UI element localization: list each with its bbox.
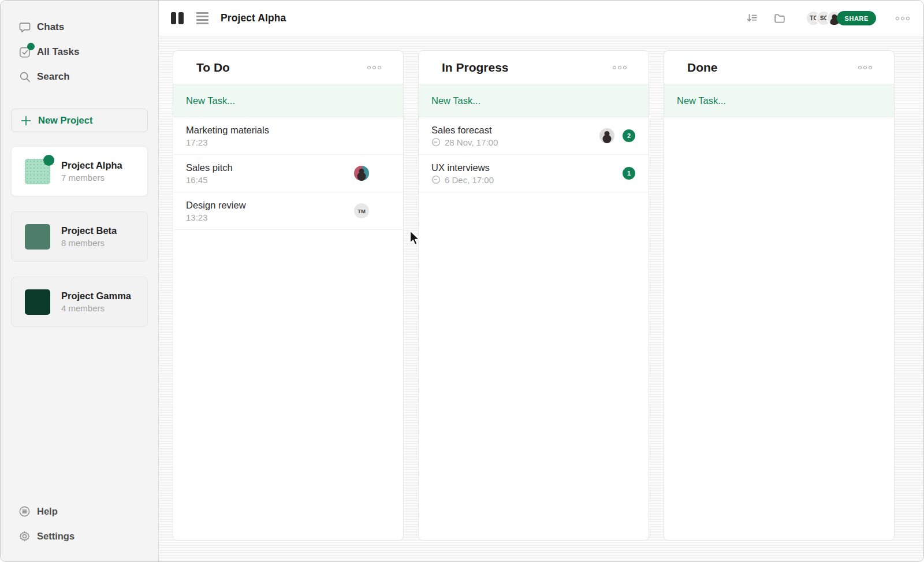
gear-icon — [18, 530, 31, 542]
sidebar-footer: Help Settings — [11, 499, 148, 549]
sidebar: Chats All Tasks — [1, 1, 159, 561]
dot-icon — [863, 66, 867, 69]
tasks-icon — [18, 46, 31, 58]
assignee-avatar — [599, 128, 614, 143]
list-view-button[interactable] — [196, 12, 208, 24]
new-task-button[interactable]: New Task... — [664, 84, 894, 117]
member-avatars: TC SC SHARE — [806, 10, 876, 26]
search-icon — [18, 70, 31, 83]
assignee-avatar: TM — [354, 203, 369, 218]
column-menu-button[interactable] — [858, 66, 872, 69]
task-time: 16:45 — [186, 175, 354, 185]
board-view-icon — [171, 12, 184, 24]
folder-button[interactable] — [773, 12, 786, 25]
task-row[interactable]: Marketing materials 17:23 — [173, 117, 403, 155]
task-title: Design review — [186, 200, 354, 211]
chat-icon — [18, 21, 31, 34]
column-done: Done New Task... — [664, 50, 895, 541]
column-to-do: To Do New Task... Marketing materials 17… — [173, 50, 404, 541]
new-task-button[interactable]: New Task... — [173, 84, 403, 117]
new-project-label: New Project — [38, 115, 92, 126]
project-card-beta[interactable]: Project Beta 8 members — [11, 211, 148, 262]
help-button[interactable]: Help — [11, 499, 148, 524]
new-task-button[interactable]: New Task... — [419, 84, 649, 117]
dot-icon — [372, 66, 376, 69]
dot-icon — [858, 66, 862, 69]
view-toggle — [171, 12, 208, 24]
dot-icon — [906, 17, 910, 20]
project-color-swatch — [25, 224, 50, 250]
comment-count-badge: 2 — [623, 129, 635, 142]
project-color-swatch — [25, 159, 50, 184]
plus-icon — [20, 115, 32, 126]
due-date-icon — [431, 175, 441, 184]
project-members: 7 members — [61, 173, 122, 183]
project-card-gamma[interactable]: Project Gamma 4 members — [11, 277, 148, 327]
page-title: Project Alpha — [221, 12, 286, 24]
sort-icon — [746, 12, 758, 25]
column-title: In Progress — [442, 61, 509, 75]
task-title: UX interviews — [431, 162, 599, 173]
column-menu-button[interactable] — [367, 66, 381, 69]
help-icon — [18, 505, 31, 518]
sidebar-item-label: All Tasks — [37, 46, 79, 58]
due-date-icon — [431, 137, 441, 147]
dot-icon — [623, 66, 627, 69]
main-area: Project Alpha — [159, 1, 923, 561]
topbar: Project Alpha — [159, 1, 923, 36]
task-time: 13:23 — [186, 213, 354, 222]
sidebar-item-chats[interactable]: Chats — [11, 14, 148, 39]
task-title: Marketing materials — [186, 125, 354, 136]
comment-count-badge: 1 — [623, 167, 635, 180]
task-time: 17:23 — [186, 137, 354, 147]
sidebar-item-label: Chats — [37, 21, 64, 33]
folder-icon — [773, 12, 786, 25]
project-name: Project Beta — [61, 225, 117, 236]
dot-icon — [367, 66, 371, 69]
task-row[interactable]: Sales forecast 28 Nov, 17:00 — [419, 117, 649, 155]
project-name: Project Alpha — [61, 160, 122, 171]
task-row[interactable]: Sales pitch 16:45 — [173, 155, 403, 192]
board-menu-button[interactable] — [896, 17, 910, 20]
column-title: To Do — [196, 61, 230, 75]
task-title: Sales forecast — [431, 125, 599, 136]
task-due: 28 Nov, 17:00 — [445, 137, 498, 147]
column-menu-button[interactable] — [613, 66, 627, 69]
dot-icon — [896, 17, 899, 20]
settings-button[interactable]: Settings — [11, 524, 148, 549]
notification-dot — [27, 43, 35, 50]
project-members: 8 members — [61, 238, 117, 248]
project-list: Project Alpha 7 members Project Beta 8 m… — [11, 146, 148, 327]
assignee-avatar — [354, 166, 369, 181]
task-title: Sales pitch — [186, 162, 354, 173]
project-members: 4 members — [61, 303, 131, 313]
new-project-button[interactable]: New Project — [11, 109, 148, 132]
task-row[interactable]: UX interviews 6 Dec, 17:00 1 — [419, 155, 649, 192]
dot-icon — [901, 17, 904, 20]
project-color-swatch — [25, 289, 50, 315]
kanban-board: To Do New Task... Marketing materials 17… — [159, 36, 923, 561]
project-name: Project Gamma — [61, 291, 131, 302]
task-due: 6 Dec, 17:00 — [445, 175, 494, 185]
sidebar-nav: Chats All Tasks — [11, 14, 148, 89]
dot-icon — [378, 66, 381, 69]
list-view-icon — [196, 12, 208, 24]
sidebar-item-search[interactable]: Search — [11, 64, 148, 89]
notification-dot — [43, 155, 54, 166]
sidebar-item-all-tasks[interactable]: All Tasks — [11, 39, 148, 64]
dot-icon — [618, 66, 621, 69]
help-label: Help — [37, 506, 58, 517]
dot-icon — [613, 66, 616, 69]
project-card-alpha[interactable]: Project Alpha 7 members — [11, 146, 148, 196]
sort-button[interactable] — [746, 12, 758, 25]
dot-icon — [869, 66, 872, 69]
share-button[interactable]: SHARE — [837, 11, 876, 25]
task-row[interactable]: Design review 13:23 TM — [173, 192, 403, 230]
app-window: Chats All Tasks — [0, 0, 924, 562]
topbar-actions: TC SC SHARE — [746, 10, 910, 26]
sidebar-item-label: Search — [37, 71, 70, 83]
column-in-progress: In Progress New Task... Sales forecast — [418, 50, 649, 541]
column-title: Done — [687, 61, 718, 75]
board-view-button[interactable] — [171, 12, 184, 24]
settings-label: Settings — [37, 531, 74, 542]
